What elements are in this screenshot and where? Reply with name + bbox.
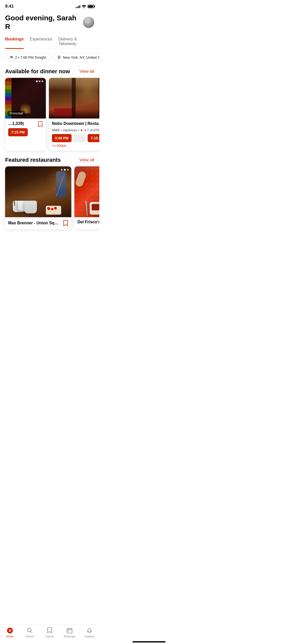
max-brenner-bookmark[interactable]	[63, 220, 68, 226]
promoted-badge: Promoted	[8, 111, 25, 116]
dinner-cards-scroll: Promoted …1,339) 7:15 PM	[0, 78, 99, 155]
featured-card-max-brenner[interactable]: Max Brenner - Union Sq…	[5, 166, 71, 229]
restaurant-card[interactable]: Promoted …1,339) 7:15 PM	[5, 78, 46, 151]
guests-icon	[9, 55, 13, 60]
featured-section: Featured restaurants View all	[0, 157, 99, 233]
max-brenner-image	[5, 166, 71, 217]
card-review-count: …1,339)	[8, 121, 36, 126]
nav-tabs: Bookings Experiences Delivery & Takeaway	[0, 35, 99, 49]
max-brenner-name: Max Brenner - Union Sq…	[8, 221, 58, 225]
nobu-time-ghost	[74, 134, 86, 142]
status-icons	[76, 5, 94, 8]
card-body: …1,339) 7:15 PM	[5, 119, 46, 139]
nobu-time-715pm[interactable]: 7:15 PM	[88, 134, 99, 142]
avatar[interactable]	[83, 17, 94, 28]
nobu-card-image	[49, 78, 99, 119]
status-time: 9:41	[5, 4, 14, 9]
time-button[interactable]: 7:15 PM	[8, 128, 28, 136]
restaurant-card-nobu[interactable]: Nobu Downtown | Resta… $$$$ • Japanese •…	[49, 78, 99, 151]
max-brenner-card-body: Max Brenner - Union Sq…	[5, 217, 71, 229]
battery-icon	[88, 5, 94, 8]
header: Good evening, Sarah R	[0, 11, 99, 35]
tab-delivery[interactable]: Delivery & Takeaway	[58, 35, 94, 49]
featured-section-title: Featured restaurants	[5, 157, 61, 163]
filter-guests-time[interactable]: 2 • 7:00 PM Tonight	[5, 53, 50, 62]
card-image: Promoted	[5, 78, 46, 119]
location-icon	[57, 55, 61, 60]
tab-experiences[interactable]: Experiences	[30, 35, 52, 49]
nobu-points-label: +1,000pts	[52, 144, 99, 148]
featured-section-header: Featured restaurants View all	[0, 157, 99, 163]
dinner-section-title: Available for dinner now	[5, 68, 70, 75]
nobu-time-6pm[interactable]: 6:00 PM	[52, 134, 72, 142]
featured-cards-scroll: Max Brenner - Union Sq…	[0, 166, 99, 233]
nobu-time-buttons: 6:00 PM 7:15 PM	[52, 134, 99, 142]
dinner-section-header: Available for dinner now View all	[0, 68, 99, 75]
nobu-card-name: Nobu Downtown | Resta…	[52, 121, 99, 126]
bookmark-icon[interactable]	[38, 121, 43, 127]
svg-point-1	[12, 56, 13, 57]
del-frisco-card-body: Del Frisco's G	[74, 217, 99, 227]
filter-location[interactable]: New York, NY, United States	[53, 53, 99, 62]
wifi-icon	[82, 5, 86, 8]
nobu-card-body: Nobu Downtown | Resta… $$$$ • Japanese •…	[49, 119, 99, 151]
filter-row: 2 • 7:00 PM Tonight New York, NY, United…	[0, 53, 99, 62]
svg-point-0	[10, 56, 11, 57]
dinner-view-all[interactable]: View all	[79, 69, 94, 74]
featured-view-all[interactable]: View all	[79, 157, 94, 163]
signal-icon	[76, 5, 80, 8]
card-image-dots	[36, 80, 43, 82]
del-frisco-image	[74, 166, 99, 217]
del-frisco-name: Del Frisco's G	[77, 220, 99, 224]
greeting-text: Good evening, Sarah R	[5, 14, 83, 31]
tab-bookings[interactable]: Bookings	[5, 35, 24, 49]
featured-card-del-frisco[interactable]: Del Frisco's G	[74, 166, 99, 229]
nobu-card-meta: $$$$ • Japanese • ★ 4.7 (4,878)	[52, 128, 99, 132]
svg-point-2	[59, 57, 60, 58]
status-bar: 9:41	[0, 0, 99, 11]
